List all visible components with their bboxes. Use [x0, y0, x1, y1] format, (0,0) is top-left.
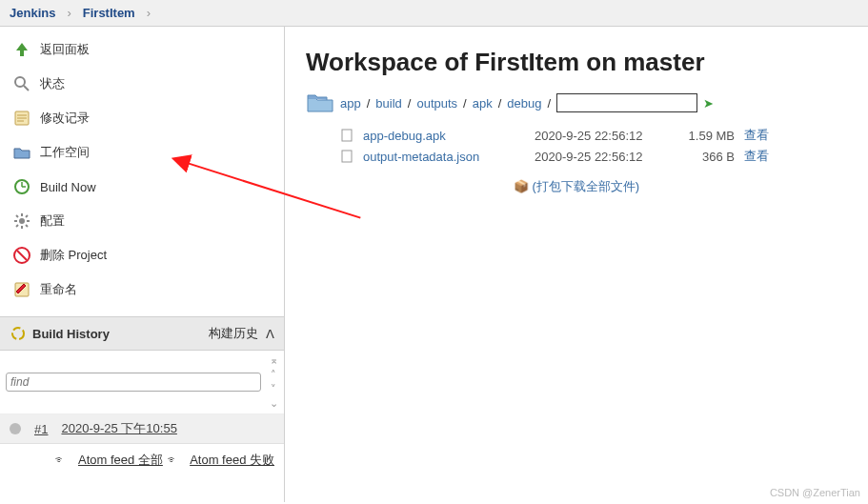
file-view[interactable]: 查看 — [744, 148, 769, 165]
file-size: 1.59 MB — [677, 129, 735, 143]
sidebar-item-workspace[interactable]: 工作空间 — [0, 135, 284, 170]
svg-line-17 — [26, 215, 28, 217]
svg-rect-22 — [342, 130, 352, 141]
svg-rect-23 — [342, 151, 352, 162]
sidebar-item-configure[interactable]: 配置 — [0, 204, 284, 238]
build-history-row[interactable]: #1 2020-9-25 下午10:55 — [0, 414, 284, 444]
file-size: 366 B — [677, 150, 735, 164]
sidebar-item-label: 工作空间 — [40, 144, 90, 161]
sidebar-item-status[interactable]: 状态 — [0, 67, 284, 101]
delete-icon — [11, 245, 32, 266]
svg-line-19 — [17, 251, 27, 260]
main-panel: Workspace of FirstItem on master app / b… — [285, 27, 868, 502]
package-icon: 📦 — [514, 179, 529, 193]
build-history-header: Build History 构建历史 ᐱ — [0, 316, 284, 351]
scroll-down-icon[interactable]: ˅ — [271, 383, 276, 395]
status-ball-icon — [10, 423, 21, 434]
sidebar: 返回面板 状态 修改记录 工作空间 Build Now 配置 — [0, 27, 285, 502]
go-icon[interactable]: ➤ — [703, 96, 714, 111]
feed-all[interactable]: Atom feed 全部 — [78, 453, 163, 467]
clock-icon — [11, 176, 32, 197]
path-input[interactable] — [556, 93, 697, 112]
file-list: app-debug.apk 2020-9-25 22:56:12 1.59 MB… — [340, 125, 847, 167]
download-all-link[interactable]: (打包下载全部文件) — [532, 179, 639, 193]
file-row: app-debug.apk 2020-9-25 22:56:12 1.59 MB… — [340, 125, 847, 146]
build-history-sub: 构建历史 — [209, 325, 258, 342]
rss-icon: ᯤ — [54, 453, 67, 467]
sidebar-item-label: 状态 — [40, 75, 65, 92]
svg-line-1 — [24, 86, 29, 91]
download-all: 📦 (打包下载全部文件) — [306, 178, 847, 195]
up-arrow-icon — [11, 39, 32, 60]
svg-line-16 — [16, 225, 18, 227]
path-seg[interactable]: debug — [507, 96, 541, 111]
scroll-down2-icon[interactable]: ⌄ — [270, 397, 278, 410]
file-date: 2020-9-25 22:56:12 — [535, 150, 668, 164]
path-seg[interactable]: outputs — [416, 96, 457, 111]
svg-point-21 — [12, 328, 24, 339]
build-history-feeds: ᯤ Atom feed 全部 ᯤ Atom feed 失败 — [0, 444, 284, 476]
svg-line-15 — [26, 225, 28, 227]
page-title: Workspace of FirstItem on master — [306, 48, 847, 77]
folder-open-icon — [306, 91, 334, 115]
notepad-icon — [11, 108, 32, 129]
path-seg[interactable]: app — [340, 96, 361, 111]
sidebar-item-label: 重命名 — [40, 281, 77, 298]
scroll-up2-icon[interactable]: ˄ — [271, 369, 276, 381]
chevron-right-icon: › — [147, 6, 151, 20]
find-input[interactable] — [6, 373, 261, 392]
path-seg[interactable]: build — [375, 96, 401, 111]
file-name[interactable]: output-metadata.json — [363, 150, 525, 164]
chevron-right-icon: › — [67, 6, 71, 20]
search-icon — [11, 73, 32, 94]
file-row: output-metadata.json 2020-9-25 22:56:12 … — [340, 146, 847, 167]
build-history-title: Build History — [32, 327, 110, 341]
sidebar-item-label: 返回面板 — [40, 41, 90, 58]
breadcrumb-jenkins[interactable]: Jenkins — [10, 6, 55, 20]
folder-icon — [11, 142, 32, 163]
sidebar-item-label: 配置 — [40, 212, 65, 230]
cycle-icon — [10, 325, 27, 342]
gear-icon — [11, 211, 32, 232]
breadcrumb: Jenkins › FirstItem › — [0, 0, 868, 27]
file-icon — [340, 150, 353, 163]
workspace-path: app / build / outputs / apk / debug / ➤ — [306, 91, 847, 115]
svg-point-0 — [15, 77, 25, 87]
edit-icon — [11, 279, 32, 300]
build-number[interactable]: #1 — [34, 422, 48, 436]
chevron-up-icon[interactable]: ᐱ — [266, 327, 274, 341]
sidebar-item-delete[interactable]: 删除 Project — [0, 238, 284, 272]
svg-line-14 — [16, 215, 18, 217]
file-view[interactable]: 查看 — [744, 127, 769, 144]
sidebar-item-label: Build Now — [40, 180, 96, 194]
build-history-find: ⌅ ˄ ˅ ⌄ — [0, 351, 284, 414]
sidebar-item-label: 删除 Project — [40, 247, 107, 264]
sidebar-item-rename[interactable]: 重命名 — [0, 272, 284, 307]
breadcrumb-firstitem[interactable]: FirstItem — [83, 6, 135, 20]
scroll-up-icon[interactable]: ⌅ — [270, 354, 278, 367]
sidebar-item-label: 修改记录 — [40, 110, 90, 127]
sidebar-item-back[interactable]: 返回面板 — [0, 32, 284, 67]
path-seg[interactable]: apk — [473, 96, 493, 111]
file-name[interactable]: app-debug.apk — [363, 129, 525, 143]
svg-point-9 — [19, 218, 25, 224]
file-date: 2020-9-25 22:56:12 — [535, 129, 668, 143]
build-time[interactable]: 2020-9-25 下午10:55 — [61, 420, 176, 437]
watermark: CSDN @ZenerTian — [770, 487, 860, 498]
rss-icon: ᯤ — [167, 453, 179, 467]
feed-fail[interactable]: Atom feed 失败 — [190, 453, 274, 467]
sidebar-item-changes[interactable]: 修改记录 — [0, 101, 284, 135]
sidebar-item-build-now[interactable]: Build Now — [0, 170, 284, 204]
file-icon — [340, 129, 353, 142]
